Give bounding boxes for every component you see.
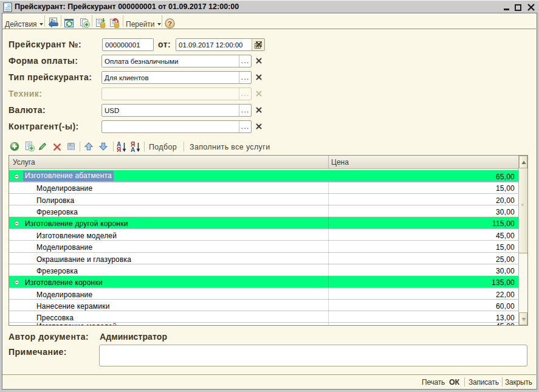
svg-text:А: А [131, 146, 135, 153]
svg-text:?: ? [168, 20, 172, 27]
svg-text:Я: Я [117, 146, 121, 153]
